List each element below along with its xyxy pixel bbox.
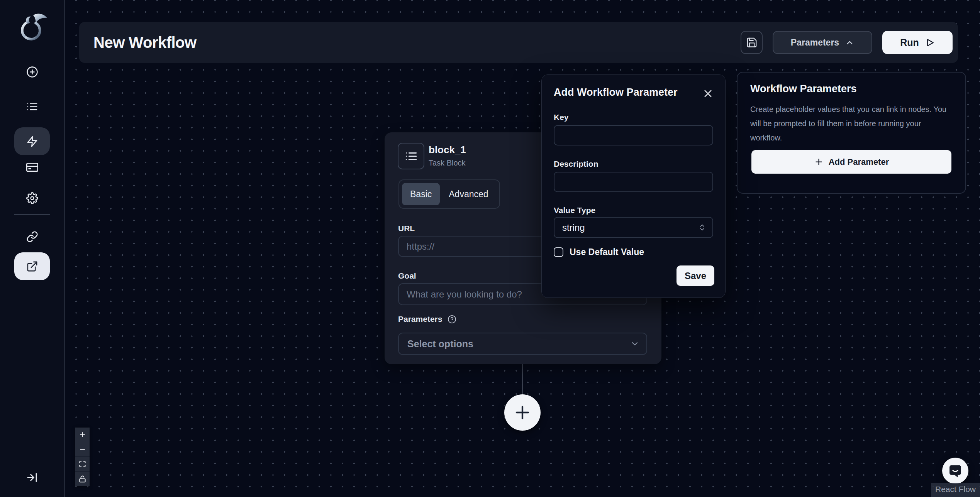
add-node-button[interactable] [504,394,541,431]
workflow-parameters-panel: Workflow Parameters Create placeholder v… [737,72,966,194]
list-icon [26,101,38,113]
parameters-toggle-button[interactable]: Parameters [773,31,872,54]
add-parameter-modal: Add Workflow Parameter Key Description V… [541,74,726,298]
lock-button[interactable] [75,472,90,486]
parameters-select-placeholder: Select options [407,338,473,350]
panel-description: Create placeholder values that you can l… [750,102,953,145]
tab-basic[interactable]: Basic [402,183,440,205]
skyvern-workflow-editor: { "colors": { "canvas_bg": "#060a18", "s… [0,0,980,497]
chevrons-up-down-icon [698,223,706,232]
plus-icon [79,431,86,438]
link-icon [26,231,38,243]
sidebar-collapse-button[interactable] [14,463,50,491]
block-title: block_1 [429,144,466,156]
use-default-label: Use Default Value [570,247,644,257]
description-label: Description [554,159,599,169]
workflow-canvas[interactable]: New Workflow Parameters Run block_1 Task… [65,0,980,497]
flow-controls [75,428,90,486]
save-workflow-button[interactable] [741,31,763,54]
chevron-down-icon [630,339,639,348]
arrow-right-to-line-icon [26,472,38,483]
save-parameter-button[interactable]: Save [677,265,714,286]
list-icon [405,150,418,163]
key-label: Key [554,113,569,122]
goal-label: Goal [398,271,416,281]
parameters-label: Parameters [398,314,442,324]
run-button-label: Run [900,37,919,48]
modal-title: Add Workflow Parameter [554,86,678,98]
panel-title: Workflow Parameters [750,83,857,95]
sidebar-divider [14,214,50,215]
zoom-in-button[interactable] [75,428,90,442]
block-icon-box [398,143,424,169]
gear-icon [26,192,38,204]
maximize-icon [79,460,86,468]
workflow-header: New Workflow Parameters Run [79,22,958,63]
use-default-checkbox[interactable] [554,247,563,257]
page-title: New Workflow [93,34,197,51]
url-label: URL [398,224,415,233]
react-flow-attribution[interactable]: React Flow [931,483,980,497]
plus-icon [512,402,532,423]
use-default-row: Use Default Value [554,247,644,257]
plus-circle-icon [26,66,38,78]
node-edge [522,363,523,395]
add-parameter-label: Add Parameter [829,157,889,167]
header-actions: Parameters Run [741,31,953,54]
lock-icon [79,475,86,483]
add-parameter-button[interactable]: Add Parameter [751,150,951,174]
external-link-icon [26,260,38,272]
block-tabs: Basic Advanced [398,179,500,209]
chevron-up-icon [845,38,854,47]
plus-icon [814,157,824,167]
chat-launcher-button[interactable] [942,458,968,484]
description-input[interactable] [554,172,713,192]
minus-icon [79,446,86,453]
block-parameters-row: Parameters [398,314,456,324]
modal-close-button[interactable] [701,87,714,100]
zoom-out-button[interactable] [75,442,90,457]
fit-view-button[interactable] [75,457,90,472]
run-workflow-button[interactable]: Run [882,31,953,54]
value-type-label: Value Type [554,206,595,215]
play-icon [925,38,935,47]
sidebar [0,0,65,497]
sidebar-item-tasks[interactable] [14,93,50,120]
value-type-selected: string [562,222,585,233]
parameters-select[interactable]: Select options [398,333,647,355]
close-icon [703,88,713,99]
help-circle-icon[interactable] [448,315,456,324]
save-icon [746,37,758,48]
parameters-button-label: Parameters [791,37,839,48]
block-type-label: Task Block [429,159,466,167]
value-type-select[interactable]: string [554,217,713,238]
key-input[interactable] [554,125,713,145]
sidebar-item-workflows[interactable] [14,127,50,155]
zap-icon [26,135,38,147]
sidebar-item-create[interactable] [14,58,50,86]
sidebar-item-share[interactable] [14,252,50,280]
sidebar-item-settings[interactable] [14,184,50,212]
credit-card-icon [26,161,38,173]
sidebar-item-link[interactable] [14,223,50,250]
tab-advanced[interactable]: Advanced [441,183,496,205]
skyvern-logo [15,12,50,50]
chat-bubble-icon [948,463,963,478]
sidebar-item-billing[interactable] [14,153,50,181]
